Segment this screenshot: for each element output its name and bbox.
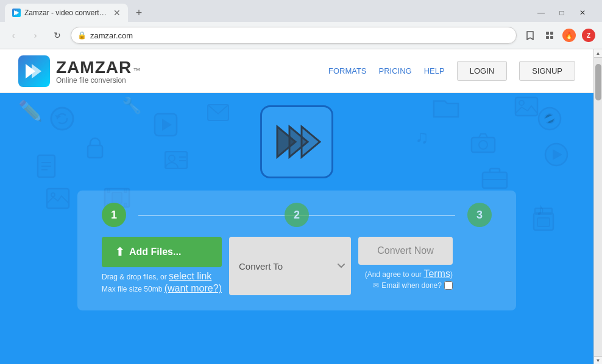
conversion-steps-container: 1 2 3 ⬆ Add Files... [77,191,516,310]
logo-name: ZAMZAR [56,58,132,77]
svg-rect-42 [537,218,550,226]
site-header: ZAMZAR ™ Online file conversion FORMATS … [0,49,593,93]
browser-tab[interactable]: Zamzar - video converter, audio ✕ [5,4,128,22]
svg-point-21 [479,141,487,149]
security-lock-icon: 🔒 [77,31,87,40]
signup-button[interactable]: SIGNUP [519,61,575,81]
svg-marker-45 [302,127,320,157]
actions-row: ⬆ Add Files... Drag & drop files, or sel… [102,237,492,295]
menu-button[interactable]: Z [580,27,597,44]
svg-rect-14 [88,145,102,158]
hero-section: ✏️ 🔧 [0,93,593,364]
convert-now-button[interactable]: Convert Now [358,237,453,265]
want-more-link[interactable]: (want more?) [165,283,222,293]
convert-now-label: Convert Now [377,245,433,256]
menu-icon: Z [582,29,595,42]
bookmark-button[interactable] [522,27,539,44]
svg-point-16 [519,100,524,105]
svg-rect-22 [38,155,55,177]
svg-rect-3 [550,32,553,35]
step-3-indicator: 3 [467,203,492,227]
logo-icon [18,55,50,87]
select-link[interactable]: select link [169,271,211,281]
back-button[interactable]: ‹ [5,27,22,44]
scroll-thumb[interactable] [595,64,601,100]
step-1-indicator: 1 [102,203,126,227]
maximize-button[interactable]: □ [552,7,572,19]
svg-rect-26 [165,152,187,169]
nav-formats[interactable]: FORMATS [328,66,367,75]
agree-end: ) [450,270,453,279]
tab-favicon [12,9,21,17]
email-icon: ✉ [373,281,379,290]
svg-rect-32 [483,172,507,188]
svg-rect-41 [535,208,552,214]
terms-info: (And agree to our Terms) ✉ Email when do… [365,268,453,290]
drag-drop-hint: Drag & drop files, or select link Max fi… [102,271,222,295]
nav-pricing[interactable]: PRICING [379,66,412,75]
close-button[interactable]: ✕ [573,7,592,19]
logo-text: ZAMZAR ™ Online file conversion [56,58,140,85]
hero-logo [260,105,333,178]
svg-rect-11 [155,114,177,136]
scroll-track [594,58,602,356]
svg-rect-13 [208,105,228,121]
tab-title: Zamzar - video converter, audio [24,9,110,17]
email-when-done-label: Email when done? [381,281,442,290]
svg-point-17 [539,108,561,130]
svg-marker-12 [162,119,172,131]
svg-text:Z: Z [587,32,590,39]
svg-marker-1 [16,10,19,15]
svg-point-31 [51,193,55,197]
scroll-up-button[interactable]: ▲ [594,49,602,58]
email-when-done-checkbox[interactable] [444,281,453,290]
user-profile-button[interactable]: 🔥 [561,27,578,44]
svg-rect-20 [472,138,495,152]
login-button[interactable]: LOGIN [457,61,507,81]
logo-trademark: ™ [133,66,140,75]
refresh-button[interactable]: ↻ [49,27,66,44]
svg-marker-19 [553,149,562,160]
svg-rect-2 [546,32,549,35]
svg-point-10 [51,108,73,130]
add-files-button[interactable]: ⬆ Add Files... [102,237,222,267]
scroll-down-button[interactable]: ▼ [594,356,602,364]
address-bar[interactable]: 🔒 zamzar.com [71,27,517,44]
svg-marker-9 [32,64,41,79]
step-2-indicator: 2 [285,203,309,227]
svg-rect-4 [546,36,549,39]
extensions-button[interactable] [541,27,558,44]
profile-icon: 🔥 [562,29,576,42]
add-files-label: Add Files... [129,247,181,257]
site-nav: FORMATS PRICING HELP LOGIN SIGNUP [328,61,575,81]
drag-drop-text: Drag & drop files, or [102,273,169,281]
steps-row: 1 2 3 [102,203,492,227]
scrollbar[interactable]: ▲ ▼ [593,49,602,364]
nav-help[interactable]: HELP [424,66,445,75]
url-text: zamzar.com [90,31,510,40]
logo-subtitle: Online file conversion [56,76,140,85]
tab-close-button[interactable]: ✕ [113,8,121,18]
forward-button[interactable]: › [27,27,44,44]
svg-point-18 [545,144,567,166]
agree-text: (And agree to our [365,270,424,279]
svg-rect-40 [534,213,553,230]
new-tab-button[interactable]: + [130,4,147,21]
svg-rect-30 [47,189,69,208]
upload-icon: ⬆ [115,245,124,259]
max-size-text: Max file size 50mb [102,285,165,293]
minimize-button[interactable]: — [531,7,551,19]
terms-link[interactable]: Terms [423,268,450,279]
svg-rect-15 [515,97,537,116]
svg-point-27 [169,155,175,161]
convert-to-select[interactable]: Convert To [229,237,351,295]
svg-rect-5 [550,36,553,39]
logo-area: ZAMZAR ™ Online file conversion [18,55,140,87]
